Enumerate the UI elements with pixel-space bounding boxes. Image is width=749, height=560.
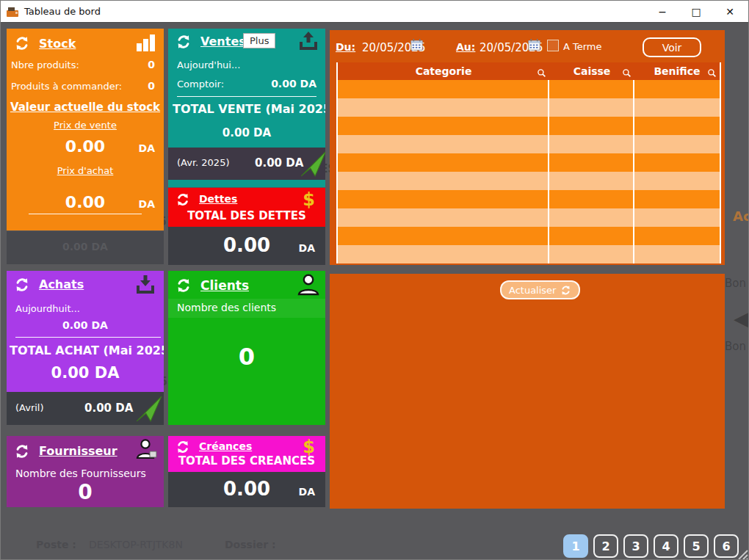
table-cell (634, 98, 720, 117)
tile-fournisseur: Fournisseur Nombre des Fournisseurs 0 (7, 436, 164, 507)
prix-achat-link[interactable]: Prix d'achat (7, 165, 164, 176)
actualiser-button[interactable]: Actualiser (500, 280, 580, 299)
produits-commander-label: Produits à commander: (11, 81, 122, 92)
total-vente-value: 0.00 DA (168, 126, 325, 139)
total-vente-label: TOTAL VENTE (Mai 2025) (173, 102, 325, 116)
refresh-panel: Actualiser (330, 274, 725, 509)
minimize-button[interactable]: − (647, 1, 678, 23)
plus-button[interactable]: Plus (243, 33, 275, 48)
table-cell (634, 190, 720, 208)
table-cell (634, 80, 720, 98)
prix-achat-unit: DA (139, 198, 155, 210)
table-cell (338, 80, 549, 98)
total-achat-label: TOTAL ACHAT (Mai 2025) (10, 343, 164, 357)
nbre-produits-label: Nbre produits: (11, 59, 79, 70)
resize-grip[interactable] (735, 547, 748, 560)
refresh-icon[interactable] (14, 277, 30, 293)
page-button-5[interactable]: 5 (684, 534, 709, 558)
refresh-icon[interactable] (14, 35, 30, 51)
upload-icon (297, 30, 319, 52)
table-cell (549, 190, 634, 208)
tile-dettes: Dettes $ TOTAL DES DETTES 0.00 DA (168, 188, 325, 265)
column-header-benifice[interactable]: Benifice (634, 65, 720, 77)
table-cell (634, 227, 720, 245)
table-header: Categorie Caisse Benifice (338, 62, 720, 80)
table-row[interactable] (338, 98, 720, 117)
trend-arrow-icon (299, 149, 325, 178)
download-icon (134, 274, 156, 296)
table-cell (634, 135, 720, 153)
divider (15, 337, 161, 338)
maximize-button[interactable]: □ (681, 1, 712, 23)
prev-month-label: (Avr. 2025) (177, 157, 229, 168)
table-row[interactable] (338, 135, 720, 153)
table-cell (634, 172, 720, 190)
table-row[interactable] (338, 190, 720, 208)
table-cell (634, 117, 720, 135)
refresh-icon[interactable] (14, 443, 30, 459)
ventes-title-link[interactable]: Ventes (200, 34, 246, 48)
a-terme-checkbox[interactable] (547, 40, 559, 51)
refresh-icon[interactable] (176, 440, 190, 454)
table-row[interactable] (338, 227, 720, 245)
table-row[interactable] (338, 208, 720, 227)
table-cell (338, 135, 549, 153)
voir-button[interactable]: Voir (643, 37, 701, 57)
table-cell (338, 190, 549, 208)
table-cell (634, 208, 720, 227)
ghost-strip: 0.00 DA (7, 231, 164, 264)
page-button-2[interactable]: 2 (593, 534, 618, 558)
table-row[interactable] (338, 245, 720, 263)
nombre-fournisseurs-value: 0 (7, 480, 164, 504)
search-icon[interactable] (622, 68, 632, 78)
table-cell (338, 153, 549, 172)
app-window: Tableau de bord − □ ✕ Achat / Fournisseu… (0, 0, 749, 560)
table-row[interactable] (338, 80, 720, 98)
page-button-3[interactable]: 3 (623, 534, 648, 558)
tile-ventes: Ventes Plus Aujourd'hui... Comptoir: 0.0… (168, 29, 325, 187)
page-button-1[interactable]: 1 (563, 534, 588, 558)
close-button[interactable]: ✕ (714, 1, 745, 23)
window-title: Tableau de bord (24, 6, 101, 17)
a-terme-label: A Terme (563, 41, 602, 52)
table-cell (549, 172, 634, 190)
person-box-icon (133, 438, 158, 462)
calendar-icon[interactable] (410, 39, 423, 51)
dollar-icon: $ (303, 189, 315, 210)
dettes-title-link[interactable]: Dettes (199, 193, 237, 205)
nbre-produits-value: 0 (148, 59, 155, 70)
search-icon[interactable] (707, 68, 717, 78)
trend-arrow-icon (134, 394, 164, 423)
aujourdhui-label: Aujourd'hui... (177, 59, 240, 70)
fournisseur-title-link[interactable]: Fournisseur (39, 444, 117, 458)
calendar-icon[interactable] (528, 39, 540, 51)
table-cell (338, 245, 549, 263)
nombre-clients-value: 0 (168, 343, 325, 371)
table-cell (338, 117, 549, 135)
actualiser-label: Actualiser (509, 285, 556, 296)
comptoir-label: Comptoir: (177, 79, 224, 90)
prix-de-vente-link[interactable]: Prix de vente (7, 120, 164, 131)
achats-title-link[interactable]: Achats (39, 277, 84, 291)
search-icon[interactable] (537, 68, 546, 78)
table-cell (549, 80, 634, 98)
column-header-caisse[interactable]: Caisse (549, 65, 634, 77)
table-row[interactable] (338, 172, 720, 190)
column-label: Caisse (573, 65, 611, 77)
table-cell (549, 208, 634, 227)
refresh-icon[interactable] (176, 34, 192, 50)
table-row[interactable] (338, 153, 720, 172)
creances-title-link[interactable]: Créances (199, 440, 252, 452)
clients-title-link[interactable]: Clients (200, 278, 249, 293)
refresh-icon[interactable] (176, 277, 192, 294)
achats-today-value: 0.00 DA (7, 319, 164, 331)
column-header-categorie[interactable]: Categorie (338, 65, 549, 77)
stock-title-link[interactable]: Stock (39, 37, 76, 51)
refresh-icon[interactable] (176, 192, 190, 207)
page-button-4[interactable]: 4 (654, 534, 679, 558)
report-panel: Du: 20/05/2025 Au: 20/05/2025 A Terme Vo… (330, 30, 725, 265)
prev-month-value: 0.00 DA (255, 156, 303, 170)
prev-month-label: (Avril) (15, 402, 44, 413)
table-row[interactable] (338, 117, 720, 135)
title-bar: Tableau de bord − □ ✕ (1, 1, 748, 23)
